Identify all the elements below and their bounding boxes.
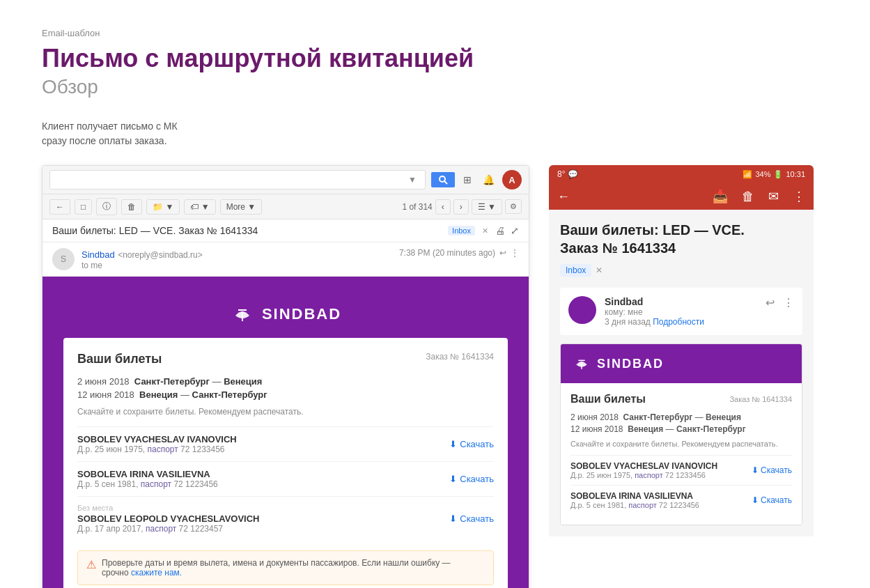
- passenger-2-info: SOBOLEVA IRINA VASILIEVNA Д.р. 5 сен 198…: [77, 469, 218, 489]
- mobile-passenger-1-download[interactable]: ⬇ Скачать: [752, 465, 792, 475]
- email-print-icons: 🖨 ⤢: [495, 225, 519, 236]
- email-sender-row: S Sindbad <noreply@sindbad.ru> to me 7:3…: [42, 242, 529, 277]
- mobile-ticket-title: Ваши билеты: [570, 393, 646, 405]
- mobile-more-icon[interactable]: ⋮: [793, 189, 805, 204]
- mobile-ticket-header: Ваши билеты Заказ № 1641334: [570, 393, 792, 405]
- label-button[interactable]: 🏷 ▼: [184, 199, 215, 215]
- ticket-title: Ваши билеты: [77, 352, 162, 366]
- sindbad-logo-text: SINDBAD: [262, 305, 341, 323]
- download-icon: ⬇: [449, 474, 457, 484]
- email-body: SINDBAD Ваши билеты Заказ № 1641334 2 ию…: [42, 277, 529, 588]
- sender-avatar: S: [52, 248, 75, 270]
- page-title: Письмо с маршрутной квитанцией: [42, 44, 828, 73]
- passenger-row: SOBOLEV VYACHESLAV IVANOVICH Д.р. 25 июн…: [77, 426, 494, 461]
- more-actions-icon[interactable]: ⋮: [511, 248, 519, 258]
- mobile-reply-icon[interactable]: ↩: [766, 296, 775, 309]
- mobile-details-link[interactable]: Подробности: [653, 317, 704, 327]
- prev-email-button[interactable]: ‹: [435, 199, 451, 215]
- mobile-passenger-2-info: SOBOLEVA IRINA VASILIEVNA Д.р. 5 сен 198…: [570, 491, 699, 509]
- mobile-passenger-1-name: SOBOLEV VYACHESLAV IVANOVICH: [570, 461, 717, 471]
- mobile-inbox-badge[interactable]: Inbox: [560, 264, 591, 277]
- email-subject-bar: Ваши билеты: LED — VCE. Заказ № 1641334 …: [42, 219, 529, 242]
- gmail-action-toolbar: ← □ ⓘ 🗑 📁 ▼ 🏷 ▼ More ▼ 1 of 314 ‹ › ☰ ▼ …: [42, 194, 529, 219]
- reply-icon[interactable]: ↩: [499, 248, 506, 258]
- mobile-sender-name: Sindbad: [605, 296, 757, 307]
- mobile-back-icon[interactable]: ←: [557, 189, 570, 204]
- gmail-search-button[interactable]: [431, 172, 455, 187]
- mobile-inbox-badge-row: Inbox ✕: [560, 264, 802, 277]
- mobile-sender-to: кому: мне: [605, 307, 757, 317]
- back-button[interactable]: ←: [49, 199, 70, 215]
- battery-icon: 🔋: [773, 170, 783, 179]
- mobile-email-icon[interactable]: ✉: [768, 189, 779, 204]
- passenger-2-download[interactable]: ⬇ Скачать: [449, 474, 494, 484]
- gmail-search-input[interactable]: [56, 175, 405, 185]
- grid-icon[interactable]: ⊞: [460, 173, 474, 187]
- sender-name[interactable]: Sindbad: [81, 249, 115, 260]
- mobile-passenger-row: SOBOLEVA IRINA VASILIEVNA Д.р. 5 сен 198…: [570, 485, 792, 515]
- passenger-3-details: Д.р. 17 апр 2017, паспорт 72 1223457: [77, 524, 260, 534]
- mobile-route-row-2: 12 июня 2018 Венеция — Санкт-Петербург: [570, 424, 792, 434]
- mobile-download-icon: ⬇: [752, 495, 759, 505]
- mobile-status-bar: 8° 💬 📶 34% 🔋 10:31: [549, 165, 814, 183]
- passport-label: паспорт: [141, 479, 171, 489]
- warning-link[interactable]: скажите нам.: [131, 568, 182, 578]
- spam-button[interactable]: ⓘ: [96, 198, 117, 215]
- mobile-ticket-card: Ваши билеты Заказ № 1641334 2 июня 2018 …: [561, 383, 802, 525]
- mobile-passenger-row: SOBOLEV VYACHESLAV IVANOVICH Д.р. 25 июн…: [570, 455, 792, 485]
- gmail-top-toolbar: ▼ ⊞ 🔔 A: [42, 166, 529, 194]
- svg-point-0: [440, 176, 445, 182]
- mobile-sender-info: Sindbad кому: мне 3 дня назад Подробност…: [605, 296, 757, 327]
- sender-time: 7:38 PM (20 minutes ago) ↩ ⋮: [399, 248, 519, 258]
- user-avatar[interactable]: A: [502, 170, 522, 189]
- previews-row: ▼ ⊞ 🔔 A ← □ ⓘ 🗑: [42, 165, 828, 588]
- mobile-passenger-2-details: Д.р. 5 сен 1981, паспорт 72 1223456: [570, 501, 699, 509]
- status-right: 📶 34% 🔋 10:31: [743, 170, 805, 179]
- status-left: 8° 💬: [557, 169, 578, 179]
- passenger-3-download[interactable]: ⬇ Скачать: [449, 513, 494, 524]
- mobile-archive-icon[interactable]: 📥: [713, 189, 728, 204]
- search-dropdown-icon[interactable]: ▼: [405, 175, 419, 185]
- mobile-sindbad-header: SINDBAD: [561, 344, 802, 383]
- gmail-search-bar: ▼: [49, 170, 426, 189]
- page-container: Email-шаблон Письмо с маршрутной квитанц…: [0, 0, 870, 588]
- email-subject: Ваши билеты: LED — VCE. Заказ № 1641334: [52, 225, 441, 236]
- delete-button[interactable]: 🗑: [121, 199, 142, 215]
- passenger-row: SOBOLEVA IRINA VASILIEVNA Д.р. 5 сен 198…: [77, 461, 494, 496]
- mobile-toolbar: ← 📥 🗑 ✉ ⋮: [549, 183, 814, 210]
- bell-icon[interactable]: 🔔: [481, 173, 495, 187]
- gmail-top-icons: ⊞ 🔔 A: [460, 170, 522, 189]
- passenger-row: Без места SOBOLEV LEOPOLD VYACHESLAVOVIC…: [77, 496, 494, 541]
- mobile-passenger-2-download[interactable]: ⬇ Скачать: [752, 495, 792, 505]
- ticket-header: Ваши билеты Заказ № 1641334: [77, 352, 494, 366]
- email-ticket-card: Ваши билеты Заказ № 1641334 2 июня 2018 …: [63, 338, 508, 588]
- warning-row: ⚠ Проверьте даты и время вылета, имена и…: [77, 550, 494, 585]
- page-subtitle: Обзор: [42, 76, 828, 98]
- temperature: 8°: [557, 169, 565, 179]
- mobile-inbox-close[interactable]: ✕: [596, 265, 603, 275]
- archive-button[interactable]: □: [75, 199, 92, 215]
- move-button[interactable]: 📁 ▼: [146, 199, 180, 215]
- mobile-sender-avatar: [568, 296, 596, 324]
- mobile-preview: 8° 💬 📶 34% 🔋 10:31 ← 📥 🗑 ✉ ⋮: [549, 165, 814, 536]
- print-icon[interactable]: 🖨: [495, 225, 505, 236]
- more-button[interactable]: More ▼: [220, 199, 263, 215]
- battery-percent: 34%: [755, 170, 770, 178]
- mobile-email-card: SINDBAD Ваши билеты Заказ № 1641334 2 ию…: [560, 343, 802, 525]
- inbox-badge[interactable]: Inbox: [448, 226, 475, 235]
- mobile-more-actions-icon[interactable]: ⋮: [783, 296, 794, 309]
- mobile-route-row-1: 2 июня 2018 Санкт-Петербург — Венеция: [570, 412, 792, 422]
- mobile-delete-icon[interactable]: 🗑: [742, 189, 754, 204]
- passenger-3-name: SOBOLEV LEOPOLD VYACHESLAVOVICH: [77, 513, 260, 524]
- passport-label: паспорт: [148, 444, 178, 454]
- next-email-button[interactable]: ›: [453, 199, 469, 215]
- open-in-new-icon[interactable]: ⤢: [511, 225, 519, 236]
- passenger-1-download[interactable]: ⬇ Скачать: [449, 439, 494, 449]
- route-row-1: 2 июня 2018 Санкт-Петербург — Венеция: [77, 376, 494, 387]
- inbox-badge-close[interactable]: ✕: [482, 226, 488, 235]
- breadcrumb: Email-шаблон: [42, 28, 828, 38]
- view-mode-button[interactable]: ☰ ▼: [472, 199, 502, 215]
- settings-button[interactable]: ⚙: [505, 199, 522, 214]
- passport-label: паспорт: [146, 524, 176, 534]
- no-seat-label: Без места: [77, 504, 260, 512]
